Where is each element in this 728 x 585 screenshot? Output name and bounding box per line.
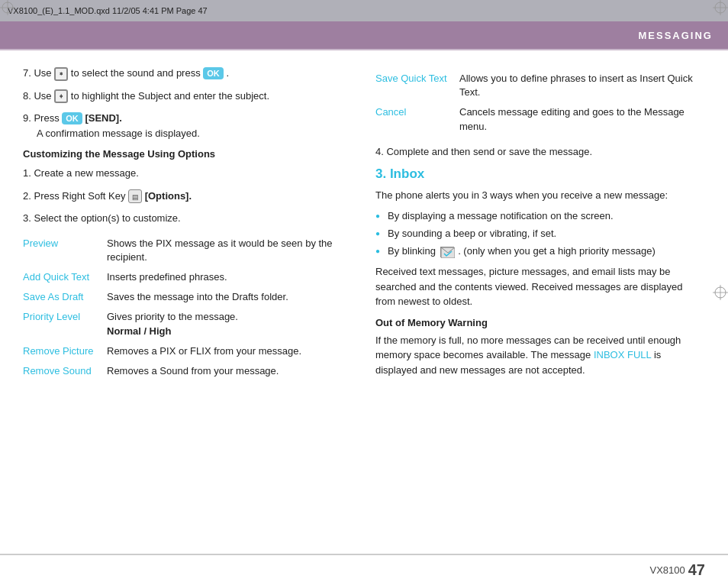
ok-button-7: OK [203,67,224,79]
options-table: Preview Shows the PIX message as it woul… [23,234,353,382]
bullet-3: By blinking . (only when you get a high … [375,244,705,258]
top-header: VX8100_(E)_1.1_MOD.qxd 11/2/05 4:41 PM P… [0,0,728,21]
right-column: Save Quick Text Allows you to define phr… [375,66,705,548]
step-8-text1: Use [34,90,51,102]
option-priority-level: Priority Level Gives priority to the mes… [23,307,353,341]
option-remove-picture: Remove Picture Removes a PIX or FLIX fro… [23,341,353,361]
save-quick-text-desc: Allows you to define phrases to insert a… [459,69,705,102]
cust-step-2: 2. Press Right Soft Key ▤ [Options]. [23,189,353,204]
step-9-num: 9. Press [23,112,62,124]
inbox-intro: The phone alerts you in 3 ways when you … [375,188,705,203]
option-remove-picture-desc: Removes a PIX or FLIX from your message. [107,341,353,361]
step-9-sub: A confirmation message is displayed. [23,128,200,139]
cust-2-bold: [Options]. [145,190,192,202]
bullet-1-text: By displaying a message notification on … [388,210,614,221]
option-add-quick-text-desc: Inserts predefined phrases. [107,267,353,287]
step-7-text1: Use [34,67,51,79]
option-save-as-draft: Save As Draft Saves the message into the… [23,287,353,307]
out-of-memory-heading: Out of Memory Warning [375,317,705,328]
step-7: 7. Use to select the sound and press OK … [23,66,353,81]
step-4-desc: Complete and then send or save the messa… [386,146,592,157]
step-7-text2: to select the sound and press [71,67,201,79]
option-save-quick-text: Save Quick Text Allows you to define phr… [375,69,705,102]
cust-step-3: 3. Select the option(s) to customize. [23,211,353,226]
option-save-as-draft-label: Save As Draft [23,287,107,307]
cust-step-1: 1. Create a new message. [23,166,353,181]
received-text: Received text messages, picture messages… [375,264,705,309]
cust-3-num: 3. [23,212,34,224]
ok-button-9: OK [62,112,82,124]
option-remove-sound-label: Remove Sound [23,361,107,381]
step-9: 9. Press OK [SEND]. A confirmation messa… [23,111,353,141]
option-preview: Preview Shows the PIX message as it woul… [23,234,353,267]
scroll-icon-7 [54,67,68,81]
cancel-label: Cancel [375,102,459,136]
bullet-3-suffix: . (only when you get a high priority mes… [458,245,656,257]
step-9-bold: [SEND]. [85,112,121,124]
cust-1-text: Create a new message. [34,167,138,179]
inbox-heading: 3. Inbox [375,166,705,182]
option-remove-sound: Remove Sound Removes a Sound from your m… [23,361,353,381]
step-7-num: 7. [23,67,34,79]
option-save-as-draft-desc: Saves the message into the Drafts folder… [107,287,353,307]
bullet-2: By sounding a beep or vibrating, if set. [375,227,705,241]
cust-1-num: 1. [23,167,34,179]
step-8-num: 8. [23,90,34,102]
bullet-2-text: By sounding a beep or vibrating, if set. [388,228,556,239]
footer-page: 47 [688,561,705,579]
option-remove-sound-desc: Removes a Sound from your message. [107,361,353,381]
bullet-list: By displaying a message notification on … [375,209,705,259]
step-8-text2: to highlight the Subject and enter the s… [71,90,269,102]
save-quick-text-label: Save Quick Text [375,69,459,102]
cust-2-text: Press Right Soft Key [34,190,125,202]
customizing-heading: Customizing the Message Using Options [23,148,353,160]
out-of-memory-para: If the memory is full, no more messages … [375,333,705,378]
envelope-check-icon [441,247,455,258]
bottom-bar: VX8100 47 [0,554,728,585]
footer-model: VX8100 [649,564,685,576]
right-options-table: Save Quick Text Allows you to define phr… [375,69,705,137]
option-add-quick-text-label: Add Quick Text [23,267,107,287]
step-4-text: 4. [375,146,386,157]
step-4: 4. Complete and then send or save the me… [375,144,705,160]
option-add-quick-text: Add Quick Text Inserts predefined phrase… [23,267,353,287]
cust-2-num: 2. [23,190,34,202]
scroll-icon-8 [54,89,68,103]
inbox-full-text: INBOX FULL [594,349,651,360]
option-priority-level-label: Priority Level [23,307,107,341]
options-icon: ▤ [128,189,142,203]
option-cancel: Cancel Cancels message editing and goes … [375,102,705,136]
step-8: 8. Use to highlight the Subject and ente… [23,89,353,104]
option-remove-picture-label: Remove Picture [23,341,107,361]
cancel-desc: Cancels message editing and goes to the … [459,102,705,136]
bullet-3-text: By blinking [388,245,436,257]
option-priority-level-desc: Gives priority to the message.Normal / H… [107,307,353,341]
bullet-1: By displaying a message notification on … [375,209,705,223]
step-7-text3: . [226,67,229,79]
option-preview-label: Preview [23,234,107,267]
main-content: 7. Use to select the sound and press OK … [0,50,728,556]
option-preview-desc: Shows the PIX message as it would be see… [107,234,353,267]
section-header: MESSAGING [0,21,728,49]
top-header-text: VX8100_(E)_1.1_MOD.qxd 11/2/05 4:41 PM P… [8,6,208,15]
section-title: MESSAGING [639,30,713,41]
cust-3-text: Select the option(s) to customize. [34,212,180,224]
left-column: 7. Use to select the sound and press OK … [23,66,353,548]
